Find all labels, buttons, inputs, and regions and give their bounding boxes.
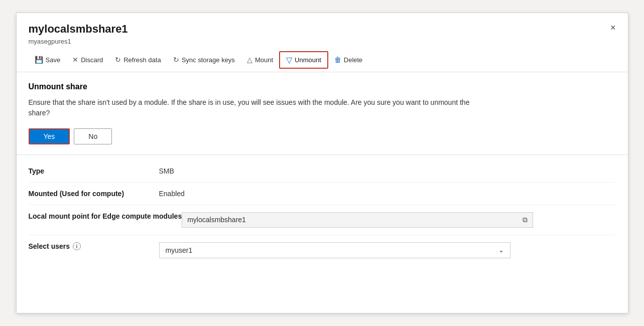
panel-header: mylocalsmbshare1 myasegpures1 × [17,13,628,48]
unmount-icon: ▽ [286,55,292,65]
yes-button[interactable]: Yes [29,128,70,144]
select-users-label: Select users i [29,242,159,250]
mounted-row: Mounted (Used for compute) Enabled [29,183,616,205]
sync-icon: ↻ [173,56,179,64]
mount-point-row: Local mount point for Edge compute modul… [29,205,616,235]
panel-title: mylocalsmbshare1 [29,22,616,37]
refresh-button[interactable]: ↻ Refresh data [109,53,167,67]
save-icon: 💾 [35,56,43,64]
sync-button[interactable]: ↻ Sync storage keys [167,53,241,67]
main-panel: mylocalsmbshare1 myasegpures1 × 💾 Save ✕… [16,13,628,313]
mount-button[interactable]: △ Mount [241,53,279,67]
mounted-label: Mounted (Used for compute) [29,190,159,198]
unmount-description: Ensure that the share isn't used by a mo… [29,97,480,118]
unmount-section: Unmount share Ensure that the share isn'… [17,72,628,155]
info-icon[interactable]: i [73,242,81,250]
mount-point-input-box: mylocalsmbshare1 ⧉ [182,212,533,228]
no-button[interactable]: No [74,128,112,144]
type-value: SMB [159,167,616,175]
delete-button[interactable]: 🗑 Delete [328,53,369,67]
delete-icon: 🗑 [334,56,341,64]
mount-point-text: mylocalsmbshare1 [187,216,523,224]
save-button[interactable]: 💾 Save [29,53,67,67]
discard-button[interactable]: ✕ Discard [66,53,109,67]
select-users-row: Select users i myuser1 ⌄ [29,235,616,265]
close-button[interactable]: × [607,21,619,34]
chevron-down-icon: ⌄ [498,246,504,254]
type-label: Type [29,167,159,175]
mount-point-value: mylocalsmbshare1 ⧉ [182,212,615,228]
mounted-value: Enabled [159,190,616,198]
details-section: Type SMB Mounted (Used for compute) Enab… [17,155,628,270]
discard-icon: ✕ [72,56,78,64]
users-select-text: myuser1 [166,246,498,254]
type-row: Type SMB [29,160,616,183]
refresh-icon: ↻ [115,56,121,64]
toolbar: 💾 Save ✕ Discard ↻ Refresh data ↻ Sync s… [17,48,628,72]
panel-subtitle: myasegpures1 [29,38,616,45]
users-select[interactable]: myuser1 ⌄ [159,242,510,258]
confirm-buttons: Yes No [29,128,616,144]
copy-icon[interactable]: ⧉ [523,216,528,224]
select-users-value: myuser1 ⌄ [159,242,616,258]
mount-point-label: Local mount point for Edge compute modul… [29,212,182,220]
mount-icon: △ [247,56,252,64]
unmount-title: Unmount share [29,82,616,91]
unmount-button[interactable]: ▽ Unmount [279,51,328,69]
